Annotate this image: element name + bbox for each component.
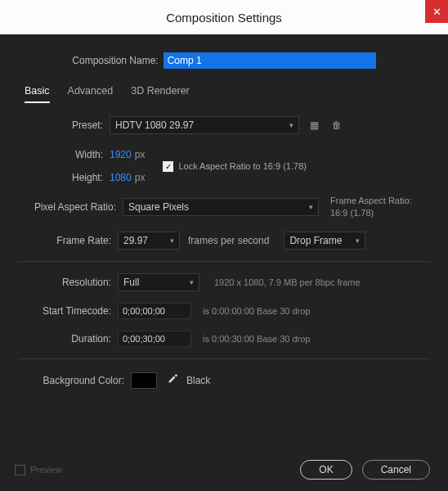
eyedropper-icon: [167, 373, 178, 387]
title-bar: Composition Settings ✕: [0, 0, 448, 34]
width-unit: px: [135, 149, 146, 160]
height-label: Height:: [64, 172, 103, 183]
start-timecode-input[interactable]: [118, 303, 191, 319]
tab-3d-renderer[interactable]: 3D Renderer: [131, 85, 190, 103]
resolution-value: Full: [123, 277, 139, 288]
chevron-down-icon: ▾: [170, 236, 174, 245]
preset-dropdown[interactable]: HDTV 1080 29.97 ▾: [110, 116, 299, 134]
comp-name-input[interactable]: [164, 52, 376, 69]
bg-color-name: Black: [186, 375, 210, 386]
divider: [18, 358, 430, 359]
width-value[interactable]: 1920: [110, 149, 132, 160]
close-icon: ✕: [432, 6, 441, 18]
chevron-down-icon: ▾: [309, 203, 313, 211]
tab-basic[interactable]: Basic: [25, 85, 50, 103]
frame-rate-label: Frame Rate:: [44, 235, 111, 246]
duration-label: Duration:: [31, 333, 111, 345]
delete-preset-button[interactable]: 🗑: [329, 117, 345, 133]
dialog-title: Composition Settings: [0, 11, 448, 25]
trash-icon: 🗑: [332, 119, 342, 131]
chevron-down-icon: ▾: [190, 278, 194, 286]
drop-frame-dropdown[interactable]: Drop Frame ▾: [284, 232, 365, 250]
composition-settings-dialog: Composition Settings ✕ Composition Name:…: [0, 0, 448, 491]
height-value[interactable]: 1080: [110, 172, 132, 183]
bg-color-swatch[interactable]: [131, 372, 157, 389]
close-button[interactable]: ✕: [425, 0, 448, 23]
lock-aspect-checkbox[interactable]: ✓: [163, 161, 173, 172]
frame-aspect-info: Frame Aspect Ratio: 16:9 (1.78): [330, 195, 412, 220]
lock-aspect-label: Lock Aspect Ratio to 16:9 (1.78): [178, 161, 307, 171]
resolution-dropdown[interactable]: Full ▾: [118, 273, 199, 291]
resolution-info: 1920 x 1080, 7.9 MB per 8bpc frame: [214, 277, 361, 287]
preview-label: Preview: [30, 465, 62, 475]
checkmark-icon: ✓: [165, 162, 172, 171]
chevron-down-icon: ▾: [356, 236, 360, 245]
width-label: Width:: [64, 149, 103, 160]
ok-button[interactable]: OK: [300, 460, 352, 480]
preset-label: Preset:: [64, 119, 103, 131]
start-timecode-info: is 0:00:00:00 Base 30 drop: [203, 306, 310, 316]
eyedropper-button[interactable]: [165, 373, 180, 388]
duration-info: is 0:00:30:00 Base 30 drop: [203, 334, 310, 344]
save-preset-icon: ▦: [310, 119, 319, 131]
height-unit: px: [135, 172, 146, 183]
pixel-aspect-label: Pixel Aspect Ratio:: [18, 201, 116, 213]
frames-per-second-label: frames per second: [188, 235, 269, 246]
pixel-aspect-dropdown[interactable]: Square Pixels ▾: [123, 198, 319, 216]
bg-color-label: Background Color:: [34, 375, 124, 386]
comp-name-label: Composition Name:: [72, 55, 158, 66]
tab-advanced[interactable]: Advanced: [68, 85, 114, 103]
duration-input[interactable]: [118, 331, 191, 347]
save-preset-button[interactable]: ▦: [306, 117, 322, 133]
tabs: Basic Advanced 3D Renderer: [18, 85, 430, 103]
divider: [18, 261, 430, 262]
preset-value: HDTV 1080 29.97: [115, 119, 194, 131]
preview-checkbox[interactable]: [15, 465, 25, 475]
pixel-aspect-value: Square Pixels: [128, 201, 189, 213]
cancel-button[interactable]: Cancel: [362, 460, 430, 480]
start-timecode-label: Start Timecode:: [31, 305, 111, 317]
frame-rate-dropdown[interactable]: 29.97 ▾: [118, 232, 180, 250]
chevron-down-icon: ▾: [289, 121, 293, 129]
resolution-label: Resolution:: [51, 277, 111, 288]
frame-rate-value: 29.97: [123, 235, 148, 246]
drop-frame-value: Drop Frame: [289, 235, 342, 246]
